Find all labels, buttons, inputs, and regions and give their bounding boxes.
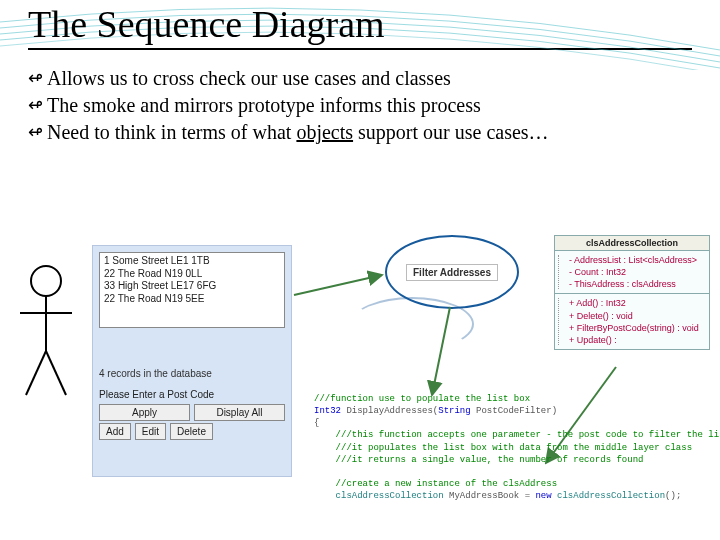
delete-button[interactable]: Delete <box>170 423 213 440</box>
edit-button[interactable]: Edit <box>135 423 166 440</box>
class-name: clsAddressCollection <box>555 236 709 251</box>
bullet-icon: ↫ <box>28 120 43 144</box>
class-box: clsAddressCollection - AddressList : Lis… <box>554 235 710 350</box>
bullet-text: Allows us to cross check our use cases a… <box>47 66 692 91</box>
add-button[interactable]: Add <box>99 423 131 440</box>
bullet-item: ↫ The smoke and mirrors prototype inform… <box>28 93 692 118</box>
apply-button[interactable]: Apply <box>99 404 190 421</box>
usecase-label: Filter Addresses <box>406 264 498 281</box>
usecase-oval: Filter Addresses <box>385 235 515 305</box>
class-attributes: - AddressList : List<clsAddress> - Count… <box>555 251 709 294</box>
svg-line-3 <box>26 351 46 395</box>
svg-line-4 <box>46 351 66 395</box>
svg-line-5 <box>294 275 382 295</box>
code-snippet: ///function use to populate the list box… <box>314 393 710 502</box>
actor-icon <box>16 263 76 403</box>
bullet-item: ↫ Allows us to cross check our use cases… <box>28 66 692 91</box>
bullet-text: The smoke and mirrors prototype informs … <box>47 93 692 118</box>
bullet-text: Need to think in terms of what objects s… <box>47 120 692 145</box>
svg-point-0 <box>31 266 61 296</box>
class-operations: + Add() : Int32 + Delete() : void + Filt… <box>555 294 709 349</box>
bullet-icon: ↫ <box>28 66 43 90</box>
form-prompt: Please Enter a Post Code <box>99 389 285 400</box>
bullet-list: ↫ Allows us to cross check our use cases… <box>0 60 720 145</box>
bullet-icon: ↫ <box>28 93 43 117</box>
bullet-item: ↫ Need to think in terms of what objects… <box>28 120 692 145</box>
form-status: 4 records in the database <box>99 368 285 379</box>
slide-title: The Sequence Diagram <box>28 2 692 46</box>
title-underline <box>28 48 692 50</box>
form-mock: 1 Some Street LE1 1TB 22 The Road N19 0L… <box>92 245 292 477</box>
form-listbox[interactable]: 1 Some Street LE1 1TB 22 The Road N19 0L… <box>99 252 285 328</box>
display-all-button[interactable]: Display All <box>194 404 285 421</box>
